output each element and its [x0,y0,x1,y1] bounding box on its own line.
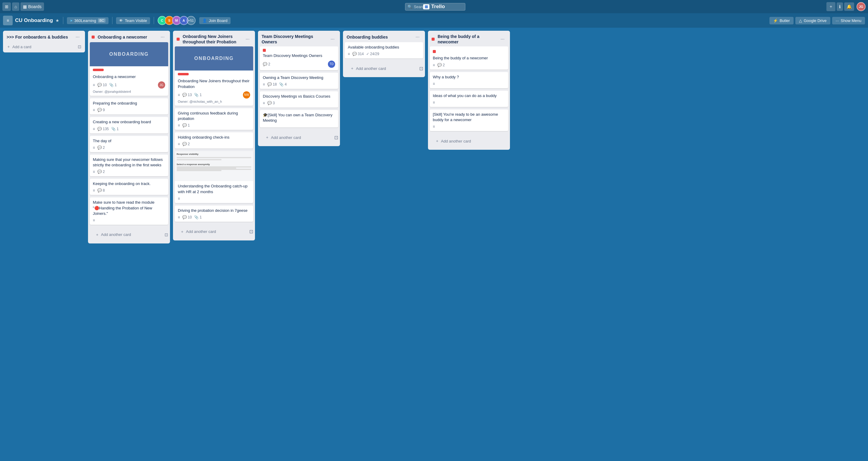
card-title-preparing: Preparing the onboarding [93,101,165,106]
card-probation-main[interactable]: ONBOARDING Onboarding New Joiners throug… [175,47,253,105]
notification-button[interactable]: 🔔 [844,2,854,11]
card-discovery-vs[interactable]: Discovery Meetings vs Basics Courses ≡ 💬… [260,91,338,107]
list-header-3: Onboarding New Joiners throughout their … [173,31,255,47]
list-menu-button-2[interactable]: ··· [159,34,166,40]
comment-icon-p: 💬 [182,93,187,97]
comment-p: 💬 13 [182,93,192,97]
workspace-label: 360Learning [74,19,96,23]
add-card-row-2: ＋ Add another card ⊡ [88,227,170,243]
card-keeping-track[interactable]: Keeping the onboarding on track. ≡ 💬 8 [90,179,168,195]
img-section-2: Select a response anonymity [177,163,251,171]
home-button[interactable]: ⌂ [12,2,19,11]
card-why-buddy[interactable]: Why a buddy ? ≡ [430,72,508,88]
add-card-button-6[interactable]: ＋ Add another card [432,136,506,146]
join-board-button[interactable]: 👤 Join Board [199,17,230,24]
add-card-button-3[interactable]: ＋ Add another card [177,226,247,237]
template-icon-2[interactable]: ⊡ [164,232,168,237]
list-team-discovery: Team Discovery Meetings Owners ··· Team … [258,31,340,146]
card-skill-buddy[interactable]: [Skill] You're ready to be an awesome bu… [430,110,508,131]
desc-item-d: ≡ [93,146,95,150]
card-being-buddy-main[interactable]: Being the buddy of a newcomer ≡ 💬 2 [430,47,508,69]
add-card-label: Add a card [12,44,31,49]
show-menu-button[interactable]: ··· Show Menu [832,17,865,24]
img-line-1 [177,157,251,158]
info-button[interactable]: ℹ [837,2,843,11]
list-header-5: Onboarding buddies ··· [343,31,425,42]
card-label-row [263,49,335,52]
card-preparing[interactable]: Preparing the onboarding ≡ 💬 9 [90,98,168,115]
desc-icon: ≡ [93,83,95,87]
desc-ab: ≡ [348,52,350,56]
drive-icon: △ [799,19,802,23]
card-tdm-main[interactable]: Team Discovery Meetings Owners 💬 2 TD [260,47,338,70]
list-cards-5: Available onboarding buddies ≡ 💬 314 ✓ 2… [343,42,425,61]
card-day-of[interactable]: The day of ≡ 💬 2 [90,136,168,152]
card-meta-owning: ≡ 💬 18 📎 4 [263,82,335,87]
template-icon-5[interactable]: ⊡ [419,66,423,71]
board-logo[interactable]: ≡ [3,16,13,25]
grid-button[interactable]: ⊞ [2,2,11,11]
comment-icon-c: 💬 [97,127,102,131]
google-drive-button[interactable]: △ Google Drive [795,17,830,24]
desc-item-c: ≡ [93,127,95,131]
card-skill-tdm[interactable]: 🎓[Skill] You can own a Team Discovery Me… [260,110,338,127]
attach-icon-dec: 📎 [194,215,198,219]
comment-count: 💬 10 [97,83,107,87]
comment-icon-d: 💬 [97,146,102,150]
card-creating-board[interactable]: Creating a new onboarding board ≡ 💬 135 … [90,117,168,133]
card-making-sure[interactable]: Making sure that your newcomer follows s… [90,155,168,176]
comment-icon-dec: 💬 [182,215,187,219]
card-hr-catchup[interactable]: Response visibility Select a response an… [175,151,253,203]
list-cards-2: ONBOARDING Onboarding a newcomer ≡ 💬 10 … [88,42,170,227]
user-avatar[interactable]: JG [857,2,866,11]
card-checkins[interactable]: Holding onboarding check-ins ≡ 💬 2 [175,132,253,149]
team-visible-button[interactable]: 👁 Team Visible [116,17,150,24]
card-feedback[interactable]: Giving continuous feedback during probat… [175,108,253,130]
template-icon-3[interactable]: ⊡ [249,229,253,235]
add-card-button-2[interactable]: ＋ Add another card [92,229,163,240]
card-available-buddies[interactable]: Available onboarding buddies ≡ 💬 314 ✓ 2… [345,42,423,58]
avatar-count[interactable]: +51 [187,16,195,25]
butler-icon: ⚡ [773,19,778,23]
red-label-tdm [263,49,266,52]
add-card-button[interactable]: ＋ Add a card [7,44,78,50]
comment-icon-ci: 💬 [182,142,187,146]
add-card-button-4[interactable]: ＋ Add another card [261,132,333,143]
template-icon-4[interactable]: ⊡ [334,135,338,141]
img-line-6 [177,170,221,171]
desc-sb: ≡ [433,124,435,129]
card-ideas-buddy[interactable]: Ideas of what you can do as a buddy ≡ [430,91,508,107]
list-probation: Onboarding New Joiners throughout their … [173,31,255,241]
trello-text: Trello [431,4,445,10]
card-handling-probation[interactable]: Make sure to have read the module "🔴Hand… [90,197,168,225]
workspace-button[interactable]: ➤ 360Learning BC [67,17,109,24]
add-card-button-5[interactable]: ＋ Add another card [347,63,417,73]
list-menu-button-5[interactable]: ··· [414,34,421,40]
desc-dec: ≡ [178,215,180,219]
card-onboarding-newcomer-main[interactable]: ONBOARDING Onboarding a newcomer ≡ 💬 10 … [90,42,168,96]
card-title-buddies: Available onboarding buddies [348,44,420,50]
comment-icon-bb: 💬 [437,63,442,67]
attachment-count: 📎 1 [109,83,117,87]
add-button[interactable]: ＋ [827,2,835,11]
card-meta-creating: ≡ 💬 135 📎 1 [93,127,165,131]
attach-icon-ow: 📎 [279,82,284,87]
card-title-why-buddy: Why a buddy ? [433,74,505,80]
board-title[interactable]: CU Onboarding [15,18,53,24]
add-card-row-4: ＋ Add another card ⊡ [258,130,340,146]
butler-button[interactable]: ⚡ Butler [770,17,794,24]
card-owning-tdm[interactable]: Owning a Team Discovery Meeting ≡ 💬 18 📎… [260,72,338,89]
list-menu-button-6[interactable]: ··· [499,36,506,42]
card-probation-decision[interactable]: Driving the probation decision in 7geese… [175,206,253,222]
template-icon[interactable]: ⊡ [78,44,82,49]
list-menu-button-3[interactable]: ··· [244,36,251,42]
list-menu-button[interactable]: ··· [74,34,82,40]
header-right: ⚡ Butler △ Google Drive ··· Show Menu [770,17,865,24]
boards-button[interactable]: ▦ Boards [21,2,44,11]
card-title-probation: Onboarding New Joiners throughout their … [178,78,250,89]
star-button[interactable]: ★ [56,18,59,23]
card-meta-bb: ≡ 💬 2 [433,63,505,67]
list-menu-button-4[interactable]: ··· [329,36,336,42]
card-title-owning: Owning a Team Discovery Meeting [263,75,335,81]
list-title: >>> For onboarders & buddies [7,34,74,40]
